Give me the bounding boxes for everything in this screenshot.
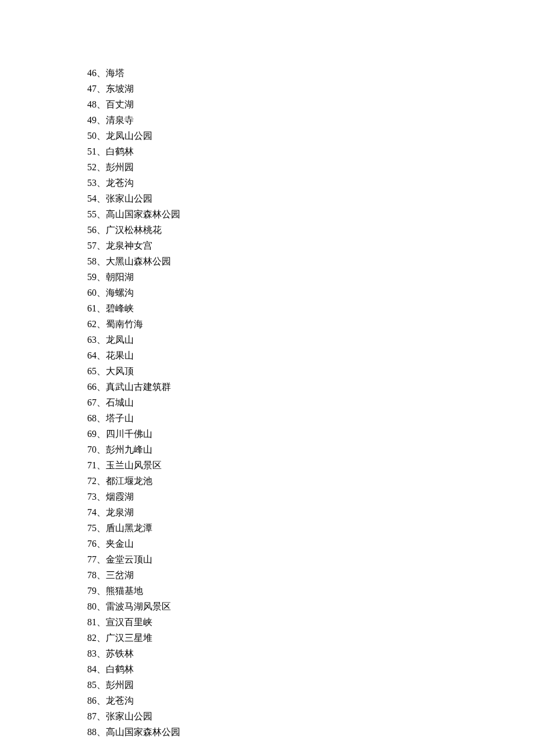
list-item: 72、都江堰龙池 (87, 473, 535, 489)
item-name: 白鹤林 (106, 664, 134, 674)
item-number: 82 (87, 633, 97, 643)
item-number: 50 (87, 131, 97, 141)
item-separator: 、 (97, 492, 106, 501)
item-name: 龙泉神女宫 (106, 241, 152, 250)
item-number: 73 (87, 492, 97, 501)
item-separator: 、 (97, 648, 106, 658)
list-item: 55、高山国家森林公园 (87, 206, 535, 222)
list-item: 80、雷波马湖风景区 (87, 599, 535, 614)
list-item: 46、海塔 (87, 65, 535, 81)
item-number: 53 (87, 178, 97, 188)
list-item: 58、大黑山森林公园 (87, 253, 535, 269)
item-separator: 、 (97, 696, 106, 705)
item-separator: 、 (97, 397, 106, 407)
item-separator: 、 (97, 539, 106, 549)
item-name: 碧峰峡 (106, 303, 134, 313)
item-number: 71 (87, 460, 97, 470)
item-number: 46 (87, 68, 97, 78)
item-name: 四川千佛山 (106, 429, 152, 439)
list-item: 57、龙泉神女宫 (87, 238, 535, 253)
item-name: 海塔 (106, 68, 124, 78)
item-name: 盾山黑龙潭 (106, 523, 152, 533)
item-separator: 、 (97, 476, 106, 486)
item-number: 87 (87, 711, 97, 721)
item-name: 蜀南竹海 (106, 319, 143, 329)
item-number: 66 (87, 382, 97, 392)
list-item: 60、海螺沟 (87, 285, 535, 300)
item-name: 龙苍沟 (106, 696, 134, 705)
item-separator: 、 (97, 429, 106, 439)
list-item: 53、龙苍沟 (87, 175, 535, 191)
list-item: 59、朝阳湖 (87, 269, 535, 285)
item-separator: 、 (97, 256, 106, 266)
item-number: 70 (87, 445, 97, 454)
item-separator: 、 (97, 350, 106, 360)
item-name: 三岔湖 (106, 570, 134, 580)
item-name: 宣汉百里峡 (106, 617, 152, 627)
item-name: 彭州园 (106, 162, 134, 172)
item-number: 81 (87, 617, 97, 627)
item-number: 68 (87, 413, 97, 423)
item-number: 79 (87, 586, 97, 596)
item-name: 清泉寺 (106, 115, 134, 125)
list-item: 66、真武山古建筑群 (87, 379, 535, 395)
item-name: 苏铁林 (106, 648, 134, 658)
item-separator: 、 (97, 664, 106, 674)
list-item: 77、金堂云顶山 (87, 551, 535, 567)
item-separator: 、 (97, 68, 106, 78)
item-separator: 、 (97, 319, 106, 329)
document-page: 46、海塔47、东坡湖48、百丈湖49、清泉寺50、龙凤山公园51、白鹤林52、… (0, 0, 535, 740)
item-name: 高山国家森林公园 (106, 727, 180, 737)
item-name: 张家山公园 (106, 194, 152, 203)
item-separator: 、 (97, 460, 106, 470)
item-number: 75 (87, 523, 97, 533)
item-separator: 、 (97, 303, 106, 313)
item-number: 78 (87, 570, 97, 580)
item-separator: 、 (97, 445, 106, 454)
item-number: 65 (87, 366, 97, 376)
item-separator: 、 (97, 507, 106, 517)
item-separator: 、 (97, 288, 106, 298)
item-number: 72 (87, 476, 97, 486)
item-number: 83 (87, 648, 97, 658)
list-item: 73、烟霞湖 (87, 489, 535, 504)
list-item: 54、张家山公园 (87, 191, 535, 206)
item-number: 64 (87, 350, 97, 360)
item-separator: 、 (97, 209, 106, 219)
item-number: 84 (87, 664, 97, 674)
list-item: 88、高山国家森林公园 (87, 724, 535, 740)
item-number: 80 (87, 601, 97, 611)
list-item: 70、彭州九峰山 (87, 442, 535, 457)
item-number: 48 (87, 99, 97, 109)
item-number: 59 (87, 272, 97, 282)
item-name: 广汉松林桃花 (106, 225, 162, 235)
item-number: 55 (87, 209, 97, 219)
item-separator: 、 (97, 382, 106, 392)
item-separator: 、 (97, 601, 106, 611)
item-number: 76 (87, 539, 97, 549)
item-name: 夹金山 (106, 539, 134, 549)
item-name: 雷波马湖风景区 (106, 601, 171, 611)
list-item: 61、碧峰峡 (87, 300, 535, 316)
item-number: 58 (87, 256, 97, 266)
item-number: 77 (87, 554, 97, 564)
item-separator: 、 (97, 366, 106, 376)
item-number: 56 (87, 225, 97, 235)
item-separator: 、 (97, 633, 106, 643)
item-separator: 、 (97, 99, 106, 109)
item-number: 49 (87, 115, 97, 125)
item-number: 51 (87, 146, 97, 156)
item-separator: 、 (97, 727, 106, 737)
item-number: 74 (87, 507, 97, 517)
list-item: 84、白鹤林 (87, 661, 535, 677)
list-item: 87、张家山公园 (87, 708, 535, 724)
item-number: 54 (87, 194, 97, 203)
item-separator: 、 (97, 554, 106, 564)
list-item: 75、盾山黑龙潭 (87, 520, 535, 536)
item-name: 朝阳湖 (106, 272, 134, 282)
item-separator: 、 (97, 570, 106, 580)
list-item: 63、龙凤山 (87, 332, 535, 347)
item-name: 真武山古建筑群 (106, 382, 171, 392)
item-separator: 、 (97, 523, 106, 533)
list-item: 81、宣汉百里峡 (87, 614, 535, 630)
